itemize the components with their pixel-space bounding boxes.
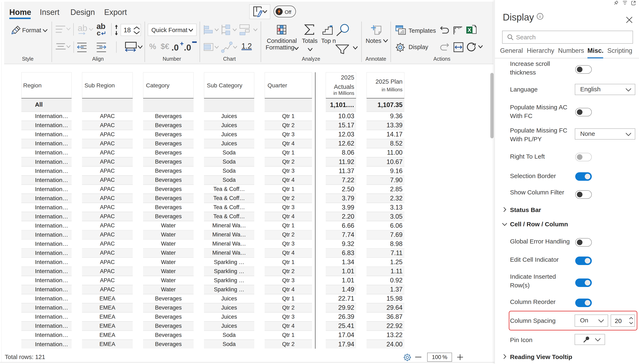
svg-text:X: X xyxy=(468,27,471,33)
